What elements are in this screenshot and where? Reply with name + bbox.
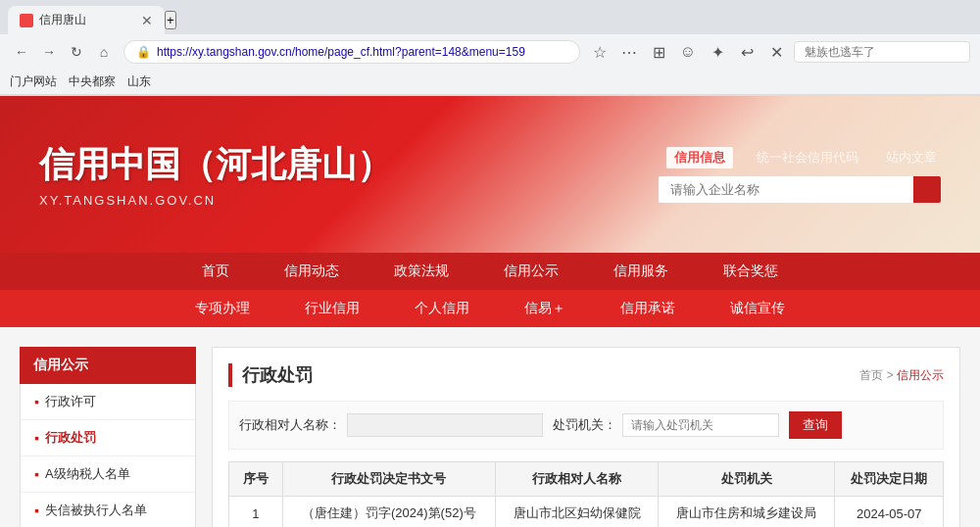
col-authority: 处罚机关 (659, 462, 835, 497)
header-tab-zhannei[interactable]: 站内文章 (882, 147, 941, 168)
header-right: 信用信息 统一社会信用代码 站内文章 (659, 147, 941, 203)
page-content: 信用公示 ▪ 行政许可 ▪ 行政处罚 ▪ A级纳税人名单 ▪ 失信被执行人名单 (0, 327, 980, 527)
home-button[interactable]: ⌂ (92, 40, 116, 64)
col-name: 行政相对人名称 (496, 462, 659, 497)
sidebar-item-xingzheng-xuke[interactable]: ▪ 行政许可 (21, 384, 195, 420)
settings-button[interactable]: ✦ (706, 40, 729, 64)
nav-dongtai[interactable]: 信用动态 (257, 253, 367, 290)
form-label-authority: 处罚机关： (553, 416, 616, 434)
header-tab-shehui[interactable]: 统一社会信用代码 (753, 147, 862, 168)
website: 信用中国（河北唐山） XY.TANGSHAN.GOV.CN 信用信息 统一社会信… (0, 96, 980, 527)
logo-area: 信用中国（河北唐山） XY.TANGSHAN.GOV.CN (39, 141, 659, 208)
sidebar-item-label: 行政许可 (45, 393, 96, 410)
url-bar[interactable]: 🔒 https://xy.tangshan.gov.cn/home/page_c… (123, 40, 580, 64)
sidebar-item-label: 行政处罚 (45, 429, 96, 447)
breadcrumb-separator: > (887, 368, 897, 382)
header-content: 信用中国（河北唐山） XY.TANGSHAN.GOV.CN 信用信息 统一社会信… (0, 96, 980, 253)
sidebar-list: ▪ 行政许可 ▪ 行政处罚 ▪ A级纳税人名单 ▪ 失信被执行人名单 ▪ 拖 (20, 384, 196, 527)
subnav-hangye[interactable]: 行业信用 (277, 290, 387, 327)
subnav-chengxin[interactable]: 诚信宣传 (703, 290, 812, 327)
subnav-zhuanxiang[interactable]: 专项办理 (168, 290, 277, 327)
header-search-box (659, 176, 941, 203)
profile-button[interactable]: ☺ (676, 40, 700, 64)
sidebar-item-xingzheng-chufa[interactable]: ▪ 行政处罚 (21, 420, 195, 456)
cell-seq: 1 (229, 497, 283, 528)
cell-docno: （唐住建）罚字(2024)第(52)号 (282, 497, 495, 528)
bookmarks-bar: 门户网站 中央都察 山东 (0, 70, 980, 95)
refresh-button[interactable]: ↻ (65, 40, 88, 64)
address-bar: ← → ↻ ⌂ 🔒 https://xy.tangshan.gov.cn/hom… (0, 34, 980, 70)
browser-search-input[interactable] (794, 41, 970, 63)
breadcrumb: 首页 > 信用公示 (859, 367, 944, 384)
tab-close-button[interactable]: ✕ (141, 13, 153, 28)
breadcrumb-current: 信用公示 (897, 368, 944, 382)
nav-fuwu[interactable]: 信用服务 (586, 253, 696, 290)
table-row[interactable]: 1 （唐住建）罚字(2024)第(52)号 唐山市北区妇幼保健院 唐山市住房和城… (229, 497, 944, 528)
sidebar-square-icon: ▪ (34, 394, 39, 409)
bookmark-central[interactable]: 中央都察 (69, 73, 116, 90)
cell-name: 唐山市北区妇幼保健院 (496, 497, 659, 528)
extensions-button[interactable]: ⊞ (647, 40, 670, 64)
col-date: 处罚决定日期 (835, 462, 944, 497)
undo-button[interactable]: ↩ (735, 40, 759, 64)
content-box: 行政处罚 首页 > 信用公示 行政相对人名称： 处罚机关： (212, 347, 960, 527)
tab-bar: 信用唐山 ✕ + (0, 0, 980, 34)
star-button[interactable]: ☆ (588, 40, 612, 64)
col-seq: 序号 (229, 462, 283, 497)
nav-gongshi[interactable]: 信用公示 (476, 253, 586, 290)
header-tab-xingyong[interactable]: 信用信息 (666, 147, 733, 168)
nav-zhengce[interactable]: 政策法规 (367, 253, 476, 290)
browser-chrome: 信用唐山 ✕ + ← → ↻ ⌂ 🔒 https://xy.tangshan.g… (0, 0, 980, 96)
site-subtitle: XY.TANGSHAN.GOV.CN (39, 193, 659, 208)
forward-button[interactable]: → (37, 40, 61, 64)
subnav-geren[interactable]: 个人信用 (387, 290, 497, 327)
nav-lianhe[interactable]: 联合奖惩 (696, 253, 806, 290)
form-group-name: 行政相对人名称： (239, 413, 543, 437)
nav-home[interactable]: 首页 (174, 253, 257, 290)
sidebar-item-shixin[interactable]: ▪ 失信被执行人名单 (21, 493, 195, 527)
cell-authority: 唐山市住房和城乡建设局 (659, 497, 835, 528)
back-button[interactable]: ← (10, 40, 33, 64)
table-header-row: 序号 行政处罚决定书文号 行政相对人名称 处罚机关 处罚决定日期 (229, 462, 944, 497)
col-docno: 行政处罚决定书文号 (282, 462, 495, 497)
toolbar-right: ☆ ⋯ ⊞ ☺ ✦ ↩ ✕ (588, 40, 970, 64)
close-button[interactable]: ✕ (764, 40, 788, 64)
sidebar-item-a-level[interactable]: ▪ A级纳税人名单 (21, 456, 195, 493)
active-tab[interactable]: 信用唐山 ✕ (8, 6, 165, 34)
url-text: https://xy.tangshan.gov.cn/home/page_cf.… (157, 45, 567, 59)
bookmark-portal[interactable]: 门户网站 (10, 73, 57, 90)
header-search-button[interactable] (913, 176, 941, 203)
table-head: 序号 行政处罚决定书文号 行政相对人名称 处罚机关 处罚决定日期 (229, 462, 944, 497)
cell-date: 2024-05-07 (835, 497, 944, 528)
sidebar-square-icon: ▪ (34, 466, 39, 482)
menu-button[interactable]: ⋯ (617, 40, 641, 64)
nav-buttons: ← → ↻ ⌂ (10, 40, 116, 64)
sidebar-square-icon: ▪ (34, 503, 39, 518)
tab-title: 信用唐山 (39, 12, 135, 28)
site-header: 信用中国（河北唐山） XY.TANGSHAN.GOV.CN 信用信息 统一社会信… (0, 96, 980, 253)
query-button[interactable]: 查询 (789, 411, 842, 439)
authority-search-input[interactable] (622, 413, 779, 437)
sidebar: 信用公示 ▪ 行政许可 ▪ 行政处罚 ▪ A级纳税人名单 ▪ 失信被执行人名单 (20, 347, 196, 527)
header-tabs: 信用信息 统一社会信用代码 站内文章 (666, 147, 941, 168)
content-header: 行政处罚 首页 > 信用公示 (228, 363, 944, 387)
header-search-input[interactable] (659, 176, 913, 203)
data-table: 序号 行政处罚决定书文号 行政相对人名称 处罚机关 处罚决定日期 1 （唐住建）… (228, 461, 944, 527)
sidebar-square-icon: ▪ (34, 430, 39, 446)
tab-favicon (20, 14, 33, 27)
bookmark-shandong[interactable]: 山东 (127, 73, 151, 90)
subnav-chengnuo[interactable]: 信用承诺 (593, 290, 703, 327)
sidebar-item-label: A级纳税人名单 (45, 465, 130, 483)
name-search-input[interactable] (347, 413, 543, 437)
form-label-name: 行政相对人名称： (239, 416, 341, 434)
new-tab-button[interactable]: + (165, 11, 176, 29)
main-nav-row: 首页 信用动态 政策法规 信用公示 信用服务 联合奖惩 (0, 253, 980, 290)
sub-nav-row: 专项办理 行业信用 个人信用 信易＋ 信用承诺 诚信宣传 (0, 290, 980, 327)
lock-icon: 🔒 (136, 45, 151, 59)
subnav-xinyi[interactable]: 信易＋ (497, 290, 593, 327)
form-group-authority: 处罚机关： (553, 413, 779, 437)
sub-nav: 专项办理 行业信用 个人信用 信易＋ 信用承诺 诚信宣传 (0, 290, 980, 327)
main-area: 行政处罚 首页 > 信用公示 行政相对人名称： 处罚机关： (212, 347, 960, 527)
breadcrumb-home[interactable]: 首页 (859, 368, 883, 382)
site-title: 信用中国（河北唐山） (39, 141, 659, 189)
